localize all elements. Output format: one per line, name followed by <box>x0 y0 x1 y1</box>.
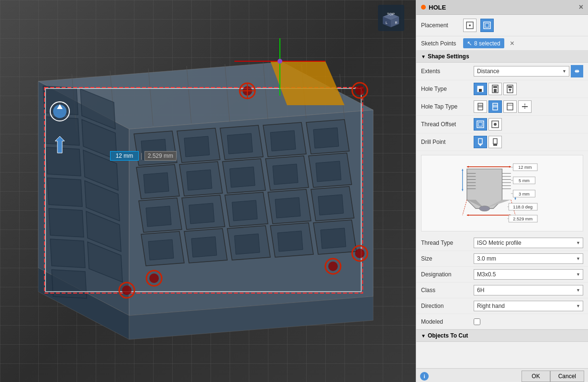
svg-marker-149 <box>462 169 464 171</box>
panel-close-button[interactable]: × <box>579 3 583 11</box>
svg-rect-128 <box>493 144 497 146</box>
objects-to-cut-arrow: ▼ <box>421 333 426 338</box>
sketch-points-badge[interactable]: ↖ 8 selected <box>463 38 504 48</box>
svg-rect-102 <box>479 89 482 92</box>
svg-text:5 mm: 5 mm <box>519 178 530 183</box>
svg-marker-30 <box>230 167 255 187</box>
panel-header: HOLE × <box>416 0 588 15</box>
thread-type-select[interactable]: ISO Metric profile UN NPT BSPP <box>474 238 583 248</box>
placement-btn-2[interactable] <box>480 19 494 32</box>
objects-to-cut-label: Objects To Cut <box>428 332 468 339</box>
svg-text:12 mm: 12 mm <box>518 165 532 170</box>
hole-diagram: 12 mm 5 mm 3 mm 118.0 deg 2.529 mm <box>421 155 583 231</box>
objects-to-cut-section[interactable]: ▼ Objects To Cut <box>416 329 588 342</box>
modeled-checkbox[interactable] <box>474 318 480 325</box>
svg-rect-117 <box>507 103 513 110</box>
svg-marker-150 <box>462 189 464 191</box>
hole-type-btn-3[interactable] <box>503 83 517 95</box>
cursor-icon: ↖ <box>467 40 472 47</box>
thread-offset-row: Thread Offset <box>416 116 588 133</box>
extents-input[interactable] <box>474 66 569 76</box>
svg-marker-29 <box>187 170 212 190</box>
cancel-button[interactable]: Cancel <box>550 371 584 382</box>
hole-tap-type-btn-1[interactable] <box>474 100 487 113</box>
ok-button[interactable]: OK <box>521 371 550 382</box>
svg-marker-108 <box>509 89 511 92</box>
dimension-overlay[interactable]: | 2.529 mm <box>110 151 177 161</box>
svg-rect-104 <box>493 86 497 88</box>
svg-marker-42 <box>318 195 344 215</box>
placement-btn-1[interactable] <box>463 19 477 32</box>
panel-status-dot <box>421 5 426 10</box>
sketch-points-label: Sketch Points <box>421 40 459 47</box>
designation-row: Designation M3x0.5 M4x0.7 M5x0.8 <box>416 267 588 283</box>
thread-offset-label: Thread Offset <box>421 121 474 128</box>
svg-marker-32 <box>316 161 341 182</box>
svg-rect-121 <box>477 121 484 128</box>
svg-marker-56 <box>47 178 82 207</box>
hole-type-btn-1[interactable] <box>474 83 487 95</box>
shape-settings-label: Shape Settings <box>428 53 469 60</box>
designation-select[interactable]: M3x0.5 M4x0.7 M5x0.8 <box>474 269 583 280</box>
drill-point-btn-2[interactable] <box>488 136 502 148</box>
svg-marker-153 <box>514 198 516 200</box>
svg-marker-57 <box>49 208 84 237</box>
extents-row: Extents ▼ <box>416 63 588 80</box>
svg-point-124 <box>494 123 497 126</box>
svg-marker-48 <box>148 240 174 260</box>
svg-point-73 <box>355 86 365 95</box>
thread-offset-btn-2[interactable] <box>488 118 502 131</box>
svg-point-75 <box>355 249 365 258</box>
clear-selection-button[interactable]: × <box>510 39 514 48</box>
class-select[interactable]: 6H 4H 5H <box>474 285 583 295</box>
svg-marker-147 <box>509 166 511 168</box>
svg-marker-55 <box>46 147 81 176</box>
svg-rect-127 <box>493 139 497 144</box>
drill-point-btn-1[interactable] <box>474 136 487 148</box>
svg-text:118.0 deg: 118.0 deg <box>513 205 533 209</box>
shape-settings-arrow: ▼ <box>421 54 426 59</box>
svg-marker-39 <box>189 203 214 224</box>
thread-type-label: Thread Type <box>421 240 474 246</box>
dimension-input[interactable] <box>110 151 139 161</box>
panel-title: HOLE <box>429 4 446 11</box>
direction-select[interactable]: Right hand Left hand <box>474 301 583 311</box>
svg-marker-49 <box>191 237 217 257</box>
direction-label: Direction <box>421 303 474 309</box>
extents-label: Extents <box>421 68 474 75</box>
class-label: Class <box>421 287 474 294</box>
size-select[interactable]: 3.0 mm 4.0 mm 5.0 mm 6.0 mm <box>474 253 583 264</box>
hole-tap-type-btn-3[interactable] <box>503 100 517 113</box>
modeled-label: Modeled <box>421 318 474 325</box>
svg-marker-155 <box>467 214 469 216</box>
svg-marker-146 <box>467 166 469 168</box>
svg-point-98 <box>469 24 471 26</box>
hole-type-label: Hole Type <box>421 86 474 92</box>
3d-viewport[interactable]: TOP L R | 2.529 mm <box>0 0 416 382</box>
svg-marker-20 <box>227 133 253 154</box>
svg-text:R: R <box>395 21 397 24</box>
hole-tap-type-btn-4[interactable] <box>518 100 532 113</box>
hole-type-btn-2[interactable] <box>488 83 502 95</box>
thread-offset-btn-1[interactable] <box>474 118 487 131</box>
svg-rect-99 <box>484 22 490 29</box>
svg-marker-21 <box>270 131 296 151</box>
svg-marker-126 <box>478 144 482 146</box>
hole-tap-type-btn-2[interactable] <box>488 100 502 113</box>
svg-text:TOP: TOP <box>387 12 395 16</box>
svg-point-89 <box>277 59 282 64</box>
svg-marker-59 <box>52 270 87 298</box>
info-icon[interactable]: i <box>420 372 429 381</box>
shape-settings-section[interactable]: ▼ Shape Settings <box>416 51 588 63</box>
svg-rect-122 <box>478 122 482 126</box>
svg-rect-109 <box>478 103 483 110</box>
svg-point-77 <box>328 262 338 271</box>
class-row: Class 6H 4H 5H <box>416 283 588 298</box>
modeled-row: Modeled <box>416 314 588 329</box>
direction-row: Direction Right hand Left hand <box>416 298 588 314</box>
svg-marker-58 <box>50 239 85 268</box>
extents-flip-button[interactable] <box>571 65 583 77</box>
svg-marker-22 <box>313 128 339 148</box>
svg-text:L: L <box>386 21 388 24</box>
svg-marker-40 <box>232 200 257 221</box>
